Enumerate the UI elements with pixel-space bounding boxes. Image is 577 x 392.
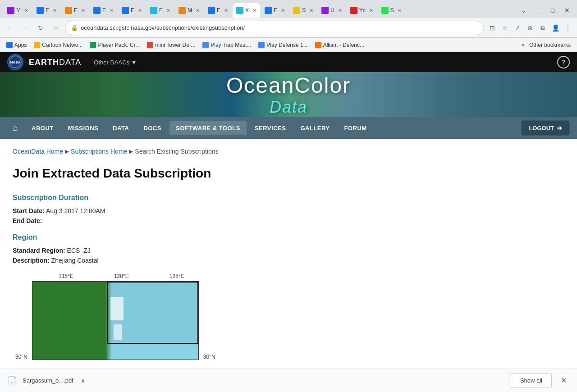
bookmarks-more[interactable]: »	[522, 42, 525, 48]
tab-label-5: E	[131, 7, 134, 14]
ocean-banner: OceanColor Data	[0, 72, 577, 117]
nav-home-icon[interactable]: ⌂	[7, 120, 23, 136]
tab-favicon-12	[321, 7, 329, 14]
map-y-labels-left: 30°N	[13, 281, 30, 360]
browser-tab-1[interactable]: M ✕	[4, 3, 32, 18]
address-bar: ← → ↻ ⌂ 🔒 oceandata.sci.gsfc.nasa.gov/su…	[0, 18, 577, 38]
tab-close-11[interactable]: ✕	[309, 8, 313, 14]
breadcrumb-subscriptions[interactable]: Subscriptions Home	[71, 148, 127, 155]
bookmark-favicon-tower	[147, 42, 153, 48]
browser-tab-3[interactable]: E ✕	[61, 3, 89, 18]
map-image	[32, 281, 199, 360]
bookmark-cn[interactable]: Cartoon Netwo...	[31, 41, 85, 49]
browser-tab-7[interactable]: M ✕	[175, 3, 203, 18]
tab-list-button[interactable]: ⌄	[517, 4, 530, 17]
bookmark-other[interactable]: Other bookmarks	[527, 41, 573, 49]
nav-about[interactable]: ABOUT	[25, 121, 60, 135]
browser-tab-12[interactable]: U ✕	[318, 3, 346, 18]
map-y-labels-right: 30°N	[201, 281, 218, 360]
minimize-button[interactable]: —	[532, 4, 545, 17]
browser-tab-4[interactable]: E ✕	[90, 3, 117, 18]
tab-label-11: S	[302, 7, 306, 14]
share-icon[interactable]: ↗	[512, 23, 523, 33]
start-date-label: Start Date:	[13, 207, 45, 214]
nav-software-tools[interactable]: SOFTWARE & TOOLS	[169, 121, 247, 135]
nav-missions[interactable]: MISSIONS	[62, 121, 105, 135]
breadcrumb-home[interactable]: OceanData Home	[13, 148, 63, 155]
bookmark-trap[interactable]: Play Trap Mast...	[200, 41, 254, 49]
browser-tab-11[interactable]: S ✕	[289, 3, 317, 18]
svg-text:NASA: NASA	[10, 60, 21, 64]
tab-close-13[interactable]: ✕	[369, 8, 373, 14]
ocean-title-main: OceanColor	[226, 73, 351, 97]
nav-services[interactable]: SERVICES	[248, 121, 293, 135]
nav-gallery[interactable]: GALLERY	[294, 121, 336, 135]
browser-tab-active[interactable]: X ✕	[233, 3, 260, 18]
browser-tab-6[interactable]: E ✕	[147, 3, 174, 18]
close-button[interactable]: ✕	[561, 4, 573, 17]
bookmark-defense[interactable]: Play Defense 1...	[256, 41, 310, 49]
maximize-button[interactable]: □	[546, 4, 559, 17]
bookmark-label-defense: Play Defense 1...	[266, 42, 307, 48]
tab-close-3[interactable]: ✕	[81, 8, 85, 14]
tab-close-2[interactable]: ✕	[53, 8, 57, 14]
url-bar[interactable]: 🔒 oceandata.sci.gsfc.nasa.gov/subscripti…	[65, 21, 484, 35]
tab-close-6[interactable]: ✕	[166, 8, 170, 14]
standard-region-value: ECS_ZJ	[67, 247, 91, 254]
bookmark-star-icon[interactable]: ☆	[499, 23, 510, 33]
history-icon[interactable]: ⊕	[525, 23, 536, 33]
browser-tab-13[interactable]: Yc ✕	[347, 3, 377, 18]
forward-button[interactable]: →	[19, 22, 32, 34]
tab-close-14[interactable]: ✕	[398, 8, 402, 14]
help-button[interactable]: ?	[557, 56, 570, 68]
browser-tab-2[interactable]: E ✕	[33, 3, 60, 18]
browser-tab-14[interactable]: S ✕	[378, 3, 405, 18]
nav-data[interactable]: DATA	[106, 121, 135, 135]
tab-favicon-5	[122, 7, 129, 14]
menu-icon[interactable]: ⋮	[563, 23, 573, 33]
tab-favicon-6	[150, 7, 157, 14]
reload-button[interactable]: ↻	[34, 22, 47, 34]
url-text: oceandata.sci.gsfc.nasa.gov/subscription…	[81, 24, 245, 31]
lock-icon: 🔒	[71, 24, 78, 31]
tab-close-10[interactable]: ✕	[281, 8, 285, 14]
back-button[interactable]: ←	[4, 22, 16, 34]
standard-region-label: Standard Region:	[13, 247, 65, 254]
bookmark-label-tower: mini Tower Def...	[155, 42, 195, 48]
browser-tab-10[interactable]: E ✕	[261, 3, 288, 18]
bookmark-alliant[interactable]: Alliant - Defenc...	[312, 41, 367, 49]
tab-close-7[interactable]: ✕	[196, 8, 200, 14]
bookmark-player[interactable]: Player Pack: Cr...	[87, 41, 142, 49]
tab-close-4[interactable]: ✕	[110, 8, 114, 14]
nav-docs[interactable]: DOCS	[137, 121, 168, 135]
tab-label-active: X	[245, 7, 249, 14]
nav-forum[interactable]: FORUM	[338, 121, 373, 135]
browser-tab-8[interactable]: E ✕	[204, 3, 232, 18]
description-row: Description: Zhejiang Coastal	[13, 257, 564, 264]
breadcrumb-sep-2: ▶	[129, 148, 133, 155]
tab-close-5[interactable]: ✕	[138, 8, 142, 14]
profile-icon[interactable]: 👤	[550, 23, 561, 33]
data-text: DATA	[59, 58, 81, 67]
bookmark-favicon-cn	[34, 42, 40, 48]
map-container: 115°E 120°E 125°E 30°N	[13, 273, 564, 360]
tab-label-2: E	[46, 7, 49, 14]
tab-close-active[interactable]: ✕	[252, 8, 256, 14]
bookmark-apps[interactable]: Apps	[4, 41, 29, 49]
download-bar: 📄 Sargassum_o....pdf ∧ Show all ✕	[0, 369, 577, 369]
browser-tab-5[interactable]: E ✕	[118, 3, 146, 18]
tab-close-12[interactable]: ✕	[338, 8, 342, 14]
other-daacs[interactable]: Other DAACs ▼	[94, 59, 137, 66]
tab-favicon-11	[293, 7, 300, 14]
cast-icon[interactable]: ⊡	[487, 23, 498, 33]
home-button[interactable]: ⌂	[50, 22, 62, 34]
tab-close-1[interactable]: ✕	[24, 8, 28, 14]
start-date-row: Start Date: Aug 3 2017 12:00AM	[13, 207, 564, 214]
logout-button[interactable]: LOGOUT ➜	[521, 120, 570, 136]
bookmark-tower[interactable]: mini Tower Def...	[144, 41, 198, 49]
region-section: Region Standard Region: ECS_ZJ Descripti…	[13, 233, 564, 264]
bookmark-label-other: Other bookmarks	[529, 42, 571, 48]
bookmark-favicon-player	[90, 42, 96, 48]
tab-close-8[interactable]: ✕	[224, 8, 228, 14]
extensions-icon[interactable]: ⧉	[537, 23, 548, 33]
